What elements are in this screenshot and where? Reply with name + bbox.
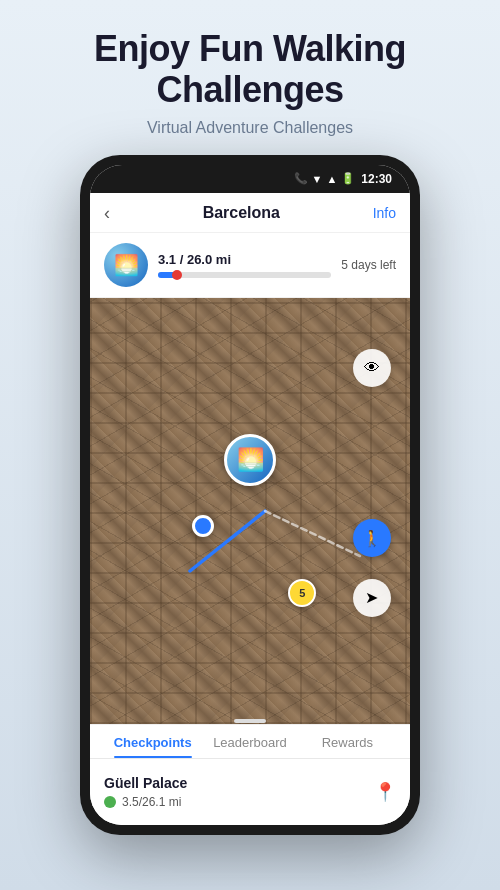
tab-leaderboard[interactable]: Leaderboard — [201, 725, 298, 758]
checkpoint-name: Güell Palace — [104, 775, 187, 791]
checkpoint-pin-icon[interactable]: 📍 — [374, 781, 396, 803]
checkpoint-left: Güell Palace 3.5/26.1 mi — [104, 775, 187, 809]
page-header: Enjoy Fun Walking Challenges Virtual Adv… — [0, 0, 500, 155]
page-title: Enjoy Fun Walking Challenges — [30, 28, 470, 111]
map-satellite: 🌅 5 👁 🚶 ➤ — [90, 298, 410, 724]
info-button[interactable]: Info — [373, 205, 396, 221]
checkpoint-dot-green — [104, 796, 116, 808]
phone-frame: 📞 ▼ ▲ 🔋 12:30 ‹ Barcelona Info 🌅 3.1 / 2… — [80, 155, 420, 835]
challenge-avatar: 🌅 — [104, 243, 148, 287]
wifi-icon: ▼ — [312, 173, 323, 185]
battery-icon: 🔋 — [341, 172, 355, 185]
app-header: ‹ Barcelona Info — [90, 193, 410, 233]
tab-bar: Checkpoints Leaderboard Rewards — [90, 725, 410, 759]
bottom-panel: Checkpoints Leaderboard Rewards Güell Pa… — [90, 724, 410, 825]
page-subtitle: Virtual Adventure Challenges — [30, 119, 470, 137]
map-area[interactable]: 🌅 5 👁 🚶 ➤ — [90, 298, 410, 724]
back-button[interactable]: ‹ — [104, 203, 110, 224]
days-left: 5 days left — [341, 258, 396, 272]
progress-bar-container — [158, 272, 331, 278]
status-time: 12:30 — [361, 172, 392, 186]
map-compass-button[interactable]: ➤ — [353, 579, 391, 617]
distance-text: 3.1 / 26.0 mi — [158, 252, 331, 267]
map-person-button[interactable]: 🚶 — [353, 519, 391, 557]
tab-rewards[interactable]: Rewards — [299, 725, 396, 758]
signal-icon: ▲ — [326, 173, 337, 185]
progress-bar-fill — [158, 272, 179, 278]
progress-info: 3.1 / 26.0 mi — [158, 252, 331, 278]
tab-checkpoints[interactable]: Checkpoints — [104, 725, 201, 758]
checkpoint-item: Güell Palace 3.5/26.1 mi 📍 — [104, 769, 396, 815]
status-icons: 📞 ▼ ▲ 🔋 — [294, 172, 356, 185]
avatar-image: 🌅 — [104, 243, 148, 287]
drag-handle — [234, 719, 266, 723]
call-icon: 📞 — [294, 172, 308, 185]
phone-screen: 📞 ▼ ▲ 🔋 12:30 ‹ Barcelona Info 🌅 3.1 / 2… — [90, 165, 410, 825]
status-bar: 📞 ▼ ▲ 🔋 12:30 — [90, 165, 410, 193]
checkpoint-list: Güell Palace 3.5/26.1 mi 📍 — [90, 759, 410, 825]
map-eye-button[interactable]: 👁 — [353, 349, 391, 387]
svg-line-1 — [265, 511, 360, 556]
challenge-title: Barcelona — [203, 204, 280, 222]
checkpoint-distance: 3.5/26.1 mi — [104, 795, 187, 809]
progress-row: 🌅 3.1 / 26.0 mi 5 days left — [90, 233, 410, 298]
